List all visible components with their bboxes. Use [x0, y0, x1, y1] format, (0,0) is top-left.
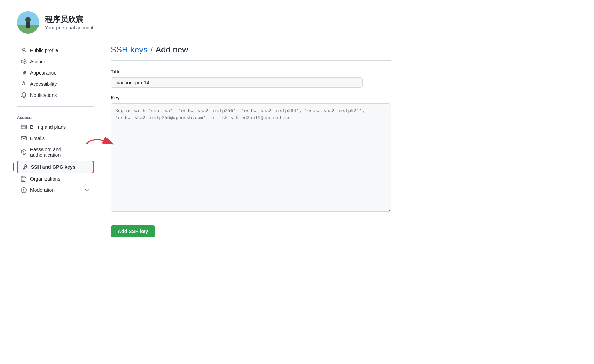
title-input[interactable]: [111, 77, 363, 88]
key-icon: [22, 164, 27, 170]
credit-card-icon: [21, 124, 27, 130]
main-content: SSH keys / Add new Title Key: [111, 45, 391, 237]
title-section: Title: [111, 69, 391, 88]
sidebar-item-accessibility[interactable]: Accessibility: [17, 78, 94, 90]
org-icon: [21, 176, 27, 182]
svg-point-2: [25, 17, 31, 22]
sidebar-item-notifications-label: Notifications: [30, 92, 57, 98]
sidebar-item-appearance-label: Appearance: [30, 70, 57, 76]
sidebar-item-notifications[interactable]: Notifications: [17, 90, 94, 101]
sidebar-item-accessibility-label: Accessibility: [30, 81, 57, 87]
sidebar-item-billing[interactable]: Billing and plans: [17, 121, 94, 133]
sidebar-item-public-profile-label: Public profile: [30, 48, 58, 53]
sidebar-access-section: Access Billing and plans: [17, 112, 94, 196]
sidebar-item-appearance[interactable]: Appearance: [17, 67, 94, 78]
profile-name: 程序员欣宸: [45, 14, 94, 25]
person-icon: [21, 48, 27, 53]
sidebar-item-emails-label: Emails: [30, 135, 45, 141]
key-section: Key: [111, 95, 391, 213]
title-divider: [111, 60, 391, 61]
mail-icon: [21, 135, 27, 141]
sidebar-main-section: Public profile Account: [17, 45, 94, 101]
key-textarea[interactable]: [111, 103, 391, 212]
sidebar-item-emails[interactable]: Emails: [17, 133, 94, 144]
sidebar-item-organizations[interactable]: Organizations: [17, 173, 94, 184]
sidebar-access-title: Access: [17, 112, 94, 121]
sidebar-item-moderation[interactable]: Moderation: [17, 184, 94, 196]
sidebar-item-password-label: Password and authentication: [30, 147, 90, 158]
accessibility-icon: [21, 81, 27, 87]
profile-subtitle: Your personal account: [45, 25, 94, 30]
moderation-icon: [21, 187, 27, 193]
breadcrumb-current: Add new: [156, 45, 188, 55]
sidebar: Public profile Account: [17, 45, 94, 237]
title-label: Title: [111, 69, 391, 75]
sidebar-item-billing-label: Billing and plans: [30, 124, 66, 130]
sidebar-item-moderation-label: Moderation: [30, 187, 55, 193]
key-label: Key: [111, 95, 391, 100]
paintbrush-icon: [21, 70, 27, 76]
avatar: [17, 11, 39, 34]
sidebar-divider: [17, 106, 94, 107]
add-ssh-key-button[interactable]: Add SSH key: [111, 225, 155, 237]
profile-info: 程序员欣宸 Your personal account: [45, 14, 94, 30]
breadcrumb-separator: /: [150, 45, 153, 55]
profile-header: 程序员欣宸 Your personal account: [17, 11, 577, 34]
sidebar-item-ssh-gpg-label: SSH and GPG keys: [31, 164, 76, 170]
bell-icon: [21, 92, 27, 98]
page-title: SSH keys / Add new: [111, 45, 391, 55]
sidebar-item-organizations-label: Organizations: [30, 176, 60, 182]
sidebar-item-account-label: Account: [30, 59, 48, 64]
sidebar-item-password[interactable]: Password and authentication: [17, 144, 94, 161]
gear-icon: [21, 59, 27, 64]
svg-rect-3: [26, 22, 30, 28]
shield-icon: [21, 149, 27, 155]
chevron-down-icon: [84, 187, 90, 193]
sidebar-item-ssh-gpg[interactable]: SSH and GPG keys: [17, 161, 94, 173]
sidebar-item-account[interactable]: Account: [17, 56, 94, 67]
sidebar-item-public-profile[interactable]: Public profile: [17, 45, 94, 56]
breadcrumb-link[interactable]: SSH keys: [111, 45, 147, 55]
